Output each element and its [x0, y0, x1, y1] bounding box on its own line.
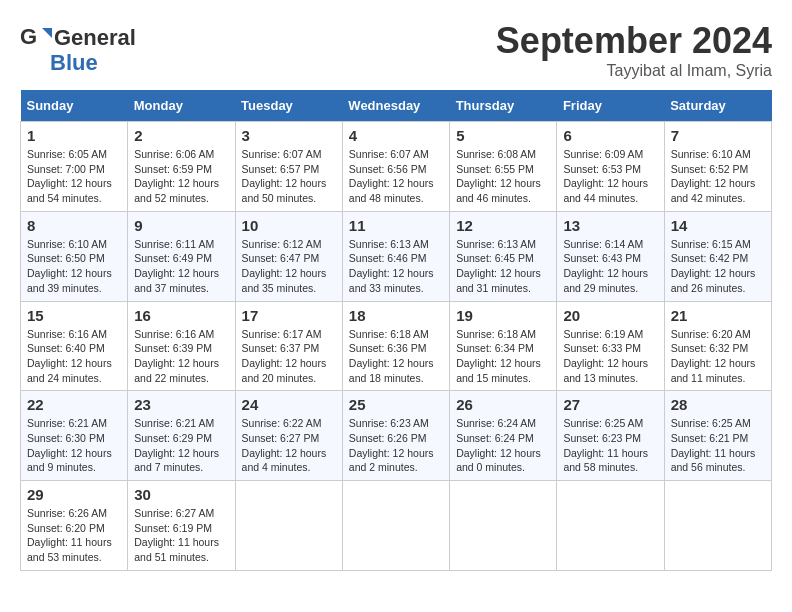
col-friday: Friday: [557, 90, 664, 122]
table-row: [342, 481, 449, 571]
table-row: 14Sunrise: 6:15 AMSunset: 6:42 PMDayligh…: [664, 211, 771, 301]
table-row: 9Sunrise: 6:11 AMSunset: 6:49 PMDaylight…: [128, 211, 235, 301]
logo-blue-text: Blue: [50, 50, 98, 76]
table-row: 13Sunrise: 6:14 AMSunset: 6:43 PMDayligh…: [557, 211, 664, 301]
table-row: 19Sunrise: 6:18 AMSunset: 6:34 PMDayligh…: [450, 301, 557, 391]
table-row: 10Sunrise: 6:12 AMSunset: 6:47 PMDayligh…: [235, 211, 342, 301]
col-thursday: Thursday: [450, 90, 557, 122]
table-row: 18Sunrise: 6:18 AMSunset: 6:36 PMDayligh…: [342, 301, 449, 391]
table-row: 6Sunrise: 6:09 AMSunset: 6:53 PMDaylight…: [557, 122, 664, 212]
table-row: 2Sunrise: 6:06 AMSunset: 6:59 PMDaylight…: [128, 122, 235, 212]
table-row: [664, 481, 771, 571]
table-row: 5Sunrise: 6:08 AMSunset: 6:55 PMDaylight…: [450, 122, 557, 212]
table-row: 20Sunrise: 6:19 AMSunset: 6:33 PMDayligh…: [557, 301, 664, 391]
table-row: 3Sunrise: 6:07 AMSunset: 6:57 PMDaylight…: [235, 122, 342, 212]
col-sunday: Sunday: [21, 90, 128, 122]
logo: G General Blue: [20, 20, 136, 76]
table-row: 30Sunrise: 6:27 AMSunset: 6:19 PMDayligh…: [128, 481, 235, 571]
table-row: 4Sunrise: 6:07 AMSunset: 6:56 PMDaylight…: [342, 122, 449, 212]
month-title: September 2024: [496, 20, 772, 62]
svg-marker-1: [42, 28, 52, 38]
table-row: 21Sunrise: 6:20 AMSunset: 6:32 PMDayligh…: [664, 301, 771, 391]
logo-icon: G: [20, 20, 52, 56]
table-row: 29Sunrise: 6:26 AMSunset: 6:20 PMDayligh…: [21, 481, 128, 571]
logo-general-text: General: [54, 25, 136, 51]
page-header: G General Blue September 2024 Tayyibat a…: [20, 20, 772, 80]
title-area: September 2024 Tayyibat al Imam, Syria: [496, 20, 772, 80]
table-row: 22Sunrise: 6:21 AMSunset: 6:30 PMDayligh…: [21, 391, 128, 481]
col-monday: Monday: [128, 90, 235, 122]
table-row: 27Sunrise: 6:25 AMSunset: 6:23 PMDayligh…: [557, 391, 664, 481]
table-row: 26Sunrise: 6:24 AMSunset: 6:24 PMDayligh…: [450, 391, 557, 481]
table-row: [557, 481, 664, 571]
table-row: 24Sunrise: 6:22 AMSunset: 6:27 PMDayligh…: [235, 391, 342, 481]
table-row: [450, 481, 557, 571]
table-row: 16Sunrise: 6:16 AMSunset: 6:39 PMDayligh…: [128, 301, 235, 391]
table-row: 1Sunrise: 6:05 AMSunset: 7:00 PMDaylight…: [21, 122, 128, 212]
svg-text:G: G: [20, 24, 37, 49]
table-row: 15Sunrise: 6:16 AMSunset: 6:40 PMDayligh…: [21, 301, 128, 391]
table-row: 7Sunrise: 6:10 AMSunset: 6:52 PMDaylight…: [664, 122, 771, 212]
location: Tayyibat al Imam, Syria: [496, 62, 772, 80]
calendar-table: Sunday Monday Tuesday Wednesday Thursday…: [20, 90, 772, 571]
col-saturday: Saturday: [664, 90, 771, 122]
table-row: [235, 481, 342, 571]
table-row: 25Sunrise: 6:23 AMSunset: 6:26 PMDayligh…: [342, 391, 449, 481]
table-row: 11Sunrise: 6:13 AMSunset: 6:46 PMDayligh…: [342, 211, 449, 301]
table-row: 8Sunrise: 6:10 AMSunset: 6:50 PMDaylight…: [21, 211, 128, 301]
table-row: 17Sunrise: 6:17 AMSunset: 6:37 PMDayligh…: [235, 301, 342, 391]
col-tuesday: Tuesday: [235, 90, 342, 122]
table-row: 12Sunrise: 6:13 AMSunset: 6:45 PMDayligh…: [450, 211, 557, 301]
header-row: Sunday Monday Tuesday Wednesday Thursday…: [21, 90, 772, 122]
table-row: 28Sunrise: 6:25 AMSunset: 6:21 PMDayligh…: [664, 391, 771, 481]
table-row: 23Sunrise: 6:21 AMSunset: 6:29 PMDayligh…: [128, 391, 235, 481]
col-wednesday: Wednesday: [342, 90, 449, 122]
